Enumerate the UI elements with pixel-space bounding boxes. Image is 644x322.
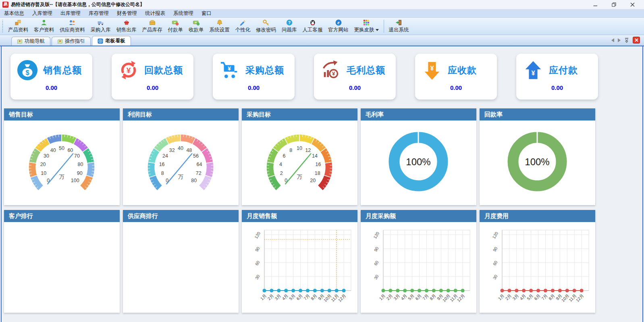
svg-text:90: 90 xyxy=(77,170,83,176)
supplier-data-button[interactable]: 供应商资料 xyxy=(57,19,88,34)
card-gross-profit: ¥ 毛利总额 0.00 xyxy=(314,54,396,100)
toolbar-label: 销售出库 xyxy=(116,27,137,33)
tab-function-nav[interactable]: 功能导航 xyxy=(11,37,50,46)
svg-text:万: 万 xyxy=(59,174,64,180)
svg-text:4月: 4月 xyxy=(519,293,527,301)
map-icon xyxy=(17,39,23,44)
app-logo-icon: 易 xyxy=(2,2,8,8)
faq-button[interactable]: ? 问题库 xyxy=(279,19,300,34)
money-bag-icon: $ xyxy=(17,60,38,81)
tab-operation-guide[interactable]: 操作指引 xyxy=(52,37,91,46)
menu-system[interactable]: 系统管理 xyxy=(169,9,197,18)
change-skin-button[interactable]: 更换皮肤 xyxy=(351,19,382,34)
minimize-button[interactable] xyxy=(586,0,605,9)
card-receivable: ¥ 应收款 0.00 xyxy=(415,54,497,100)
toolbar-drag-handle[interactable] xyxy=(2,20,4,33)
customer-ranking-empty xyxy=(4,222,120,313)
toolbar-label: 产品库存 xyxy=(142,27,162,33)
panel-monthly-expense: 月度费用 3060901201月2月3月4月5月6月7月8月9月10月11月12… xyxy=(480,210,595,313)
receivable-arrow-icon: ¥ xyxy=(422,60,442,81)
svg-text:72: 72 xyxy=(196,170,202,176)
svg-text:7月: 7月 xyxy=(303,293,311,301)
monthly-sales-chart: 3060901201月2月3月4月5月6月7月8月9月10月11月12月 xyxy=(242,222,357,313)
card-value: 0.00 xyxy=(213,84,295,91)
toolbar-label: 个性化 xyxy=(235,27,251,33)
toolbar-label: 收款单 xyxy=(189,27,204,33)
change-password-button[interactable]: 修改密码 xyxy=(253,19,279,34)
exit-button[interactable]: 退出系统 xyxy=(386,19,412,34)
system-settings-button[interactable]: 系统设置 xyxy=(207,19,233,34)
toolbar-label: 官方网站 xyxy=(328,27,349,33)
svg-text:$: $ xyxy=(25,69,29,76)
svg-text:20: 20 xyxy=(40,162,46,167)
receipt-slip-button[interactable]: 收款单 xyxy=(186,19,207,34)
restore-button[interactable] xyxy=(605,0,623,9)
menu-window[interactable]: 窗口 xyxy=(197,9,216,18)
scroll-tabs-right-icon[interactable] xyxy=(618,38,621,42)
svg-text:80: 80 xyxy=(77,162,83,167)
svg-text:100%: 100% xyxy=(406,156,430,167)
close-button[interactable] xyxy=(623,0,642,9)
panel-gross-margin-rate: 毛利率 100% xyxy=(361,108,476,205)
purchase-in-button[interactable]: 采购入库 xyxy=(88,19,114,34)
svg-text:16: 16 xyxy=(315,162,321,167)
svg-text:4月: 4月 xyxy=(400,293,408,301)
tab-list-icon[interactable] xyxy=(624,38,629,43)
svg-text:70: 70 xyxy=(74,153,80,159)
menu-outbound[interactable]: 出库管理 xyxy=(56,9,85,18)
svg-text:18: 18 xyxy=(315,170,320,176)
menu-basic-info[interactable]: 基本信息 xyxy=(0,9,28,18)
receipt-slip-icon xyxy=(193,19,200,26)
sales-out-button[interactable]: 销售出库 xyxy=(114,19,139,34)
monthly-expense-chart: 3060901201月2月3月4月5月6月7月8月9月10月11月12月 xyxy=(480,222,595,313)
svg-text:30: 30 xyxy=(44,153,49,159)
supplier-ranking-empty xyxy=(123,222,239,313)
svg-text:6月: 6月 xyxy=(295,293,303,301)
card-payable: ¥ 应付款 0.00 xyxy=(516,54,598,100)
tab-controls xyxy=(611,37,644,46)
menu-inbound[interactable]: 入库管理 xyxy=(28,9,56,18)
svg-text:8: 8 xyxy=(289,147,292,153)
supplier-data-icon xyxy=(69,19,76,26)
payment-slip-button[interactable]: 付款单 xyxy=(165,19,186,34)
product-stock-button[interactable]: 产品库存 xyxy=(139,19,165,34)
card-value: 0.00 xyxy=(516,84,598,91)
toolbar: 产品资料 客户资料 供应商资料 采购入库 销售出库 产品库存 付款单 收款单 系… xyxy=(0,18,644,35)
map-icon xyxy=(57,39,63,44)
svg-text:1月: 1月 xyxy=(378,293,386,301)
customer-data-button[interactable]: 客户资料 xyxy=(31,19,57,34)
svg-text:5月: 5月 xyxy=(407,293,415,301)
card-title: 销售总额 xyxy=(43,64,82,77)
menu-reports[interactable]: 统计报表 xyxy=(141,9,169,18)
website-button[interactable]: e 官方网站 xyxy=(326,19,351,34)
panel-title: 供应商排行 xyxy=(123,210,239,222)
scroll-tabs-left-icon[interactable] xyxy=(611,38,614,42)
svg-text:5月: 5月 xyxy=(288,293,296,301)
window-title: 易特进销存普及版--【请在基本信息，公司信息中修改公司名】 xyxy=(11,1,145,8)
svg-text:10: 10 xyxy=(297,145,302,151)
svg-text:32: 32 xyxy=(169,147,175,153)
personalize-button[interactable]: 个性化 xyxy=(233,19,253,34)
menu-finance[interactable]: 财务管理 xyxy=(113,9,141,18)
svg-text:120: 120 xyxy=(372,231,380,239)
toolbar-label: 人工客服 xyxy=(303,27,323,33)
svg-text:3月: 3月 xyxy=(511,293,519,301)
svg-text:90: 90 xyxy=(254,246,260,252)
product-data-button[interactable]: 产品资料 xyxy=(5,19,31,34)
card-total-sales: $ 销售总额 0.00 xyxy=(10,54,92,100)
customer-data-icon xyxy=(40,19,48,26)
svg-text:50: 50 xyxy=(59,145,64,151)
svg-text:12: 12 xyxy=(305,147,311,153)
panel-title: 利润目标 xyxy=(123,108,239,120)
svg-text:8月: 8月 xyxy=(548,293,556,301)
purchase-target-gauge: 02468101214161820万 xyxy=(242,120,357,205)
summary-cards: $ 销售总额 0.00 ¥ 回款总额 0.00 ¥ 采购总额 0.00 ¥ 毛利… xyxy=(2,46,642,100)
panel-title: 回款率 xyxy=(480,108,595,120)
tab-boss-dashboard[interactable]: 老板看板 xyxy=(92,36,131,46)
close-tab-button[interactable] xyxy=(633,37,640,44)
menu-inventory[interactable]: 库存管理 xyxy=(85,9,113,18)
chevron-down-icon[interactable] xyxy=(376,29,379,31)
monthly-purchase-chart: 3060901201月2月3月4月5月6月7月8月9月10月11月12月 xyxy=(361,222,476,313)
personalize-icon xyxy=(239,19,246,26)
support-button[interactable]: 人工客服 xyxy=(300,19,326,34)
